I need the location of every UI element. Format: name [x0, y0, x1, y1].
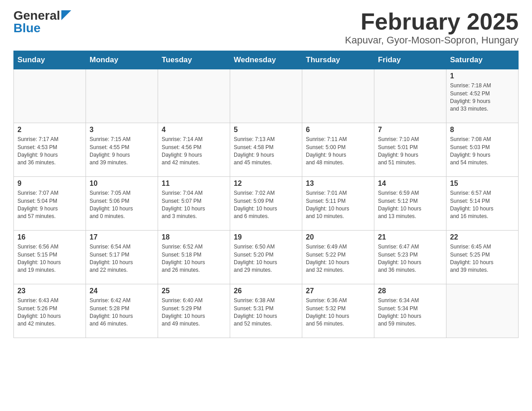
- day-number: 22: [450, 233, 515, 241]
- day-info: Sunrise: 6:50 AM Sunset: 5:20 PM Dayligh…: [234, 243, 298, 274]
- calendar-cell: 18Sunrise: 6:52 AM Sunset: 5:18 PM Dayli…: [158, 231, 230, 284]
- day-info: Sunrise: 7:04 AM Sunset: 5:07 PM Dayligh…: [162, 189, 226, 221]
- day-number: 8: [450, 126, 515, 134]
- day-number: 15: [450, 180, 515, 188]
- calendar-cell: 16Sunrise: 6:56 AM Sunset: 5:15 PM Dayli…: [14, 231, 86, 284]
- day-number: 11: [162, 180, 226, 188]
- calendar-cell: 8Sunrise: 7:08 AM Sunset: 5:03 PM Daylig…: [446, 123, 519, 177]
- day-info: Sunrise: 6:40 AM Sunset: 5:29 PM Dayligh…: [162, 297, 226, 328]
- day-info: Sunrise: 6:43 AM Sunset: 5:26 PM Dayligh…: [17, 297, 82, 328]
- calendar-cell: 7Sunrise: 7:10 AM Sunset: 5:01 PM Daylig…: [374, 123, 446, 177]
- calendar-cell: 5Sunrise: 7:13 AM Sunset: 4:58 PM Daylig…: [230, 123, 302, 177]
- header-friday: Friday: [374, 51, 446, 69]
- calendar-week-row: 16Sunrise: 6:56 AM Sunset: 5:15 PM Dayli…: [14, 231, 519, 284]
- calendar-cell: 28Sunrise: 6:34 AM Sunset: 5:34 PM Dayli…: [374, 284, 446, 338]
- day-number: 13: [306, 180, 370, 188]
- calendar-cell: [230, 69, 302, 123]
- day-number: 4: [162, 126, 226, 134]
- day-number: 20: [306, 233, 370, 241]
- day-info: Sunrise: 7:08 AM Sunset: 5:03 PM Dayligh…: [450, 136, 515, 167]
- calendar-cell: 21Sunrise: 6:47 AM Sunset: 5:23 PM Dayli…: [374, 231, 446, 284]
- logo-blue: Blue: [13, 22, 41, 34]
- day-info: Sunrise: 6:52 AM Sunset: 5:18 PM Dayligh…: [162, 243, 226, 274]
- day-info: Sunrise: 6:47 AM Sunset: 5:23 PM Dayligh…: [378, 243, 442, 274]
- calendar-cell: 3Sunrise: 7:15 AM Sunset: 4:55 PM Daylig…: [86, 123, 158, 177]
- calendar-table: SundayMondayTuesdayWednesdayThursdayFrid…: [13, 51, 519, 338]
- day-number: 3: [90, 126, 154, 134]
- header-monday: Monday: [86, 51, 158, 69]
- day-info: Sunrise: 6:45 AM Sunset: 5:25 PM Dayligh…: [450, 243, 515, 274]
- calendar-cell: [158, 69, 230, 123]
- day-number: 23: [17, 287, 82, 295]
- header-thursday: Thursday: [302, 51, 374, 69]
- day-info: Sunrise: 6:36 AM Sunset: 5:32 PM Dayligh…: [306, 297, 370, 328]
- calendar-cell: 24Sunrise: 6:42 AM Sunset: 5:28 PM Dayli…: [86, 284, 158, 338]
- day-info: Sunrise: 7:18 AM Sunset: 4:52 PM Dayligh…: [450, 82, 515, 113]
- calendar-cell: 13Sunrise: 7:01 AM Sunset: 5:11 PM Dayli…: [302, 177, 374, 231]
- day-number: 6: [306, 126, 370, 134]
- calendar-cell: 14Sunrise: 6:59 AM Sunset: 5:12 PM Dayli…: [374, 177, 446, 231]
- logo: General Blue: [13, 9, 71, 34]
- calendar-cell: 11Sunrise: 7:04 AM Sunset: 5:07 PM Dayli…: [158, 177, 230, 231]
- day-info: Sunrise: 6:42 AM Sunset: 5:28 PM Dayligh…: [90, 297, 154, 328]
- calendar-week-row: 23Sunrise: 6:43 AM Sunset: 5:26 PM Dayli…: [14, 284, 519, 338]
- header-sunday: Sunday: [14, 51, 86, 69]
- calendar-cell: 10Sunrise: 7:05 AM Sunset: 5:06 PM Dayli…: [86, 177, 158, 231]
- day-number: 16: [17, 233, 82, 241]
- day-info: Sunrise: 7:01 AM Sunset: 5:11 PM Dayligh…: [306, 189, 370, 221]
- day-number: 25: [162, 287, 226, 295]
- day-info: Sunrise: 6:34 AM Sunset: 5:34 PM Dayligh…: [378, 297, 442, 328]
- day-number: 2: [17, 126, 82, 134]
- day-number: 28: [378, 287, 442, 295]
- calendar-cell: [446, 284, 519, 338]
- calendar-cell: 4Sunrise: 7:14 AM Sunset: 4:56 PM Daylig…: [158, 123, 230, 177]
- calendar-cell: 22Sunrise: 6:45 AM Sunset: 5:25 PM Dayli…: [446, 231, 519, 284]
- day-info: Sunrise: 6:56 AM Sunset: 5:15 PM Dayligh…: [17, 243, 82, 274]
- day-info: Sunrise: 7:10 AM Sunset: 5:01 PM Dayligh…: [378, 136, 442, 167]
- subtitle: Kapuvar, Gyor-Moson-Sopron, Hungary: [345, 34, 519, 46]
- day-info: Sunrise: 6:57 AM Sunset: 5:14 PM Dayligh…: [450, 189, 515, 221]
- calendar-week-row: 2Sunrise: 7:17 AM Sunset: 4:53 PM Daylig…: [14, 123, 519, 177]
- svg-marker-0: [61, 10, 71, 20]
- day-number: 17: [90, 233, 154, 241]
- header: General Blue February 2025 Kapuvar, Gyor…: [13, 9, 519, 46]
- day-info: Sunrise: 6:59 AM Sunset: 5:12 PM Dayligh…: [378, 189, 442, 221]
- day-info: Sunrise: 6:38 AM Sunset: 5:31 PM Dayligh…: [234, 297, 298, 328]
- day-number: 18: [162, 233, 226, 241]
- header-tuesday: Tuesday: [158, 51, 230, 69]
- header-saturday: Saturday: [446, 51, 519, 69]
- calendar-cell: 1Sunrise: 7:18 AM Sunset: 4:52 PM Daylig…: [446, 69, 519, 123]
- calendar-cell: 26Sunrise: 6:38 AM Sunset: 5:31 PM Dayli…: [230, 284, 302, 338]
- day-info: Sunrise: 7:07 AM Sunset: 5:04 PM Dayligh…: [17, 189, 82, 221]
- day-number: 12: [234, 180, 298, 188]
- calendar-cell: [14, 69, 86, 123]
- day-number: 7: [378, 126, 442, 134]
- logo-triangle-icon: [61, 10, 71, 20]
- calendar-cell: 23Sunrise: 6:43 AM Sunset: 5:26 PM Dayli…: [14, 284, 86, 338]
- calendar-cell: 12Sunrise: 7:02 AM Sunset: 5:09 PM Dayli…: [230, 177, 302, 231]
- day-number: 1: [450, 72, 515, 80]
- day-info: Sunrise: 7:15 AM Sunset: 4:55 PM Dayligh…: [90, 136, 154, 167]
- calendar-cell: 27Sunrise: 6:36 AM Sunset: 5:32 PM Dayli…: [302, 284, 374, 338]
- calendar-cell: 2Sunrise: 7:17 AM Sunset: 4:53 PM Daylig…: [14, 123, 86, 177]
- day-info: Sunrise: 7:13 AM Sunset: 4:58 PM Dayligh…: [234, 136, 298, 167]
- page-title: February 2025: [345, 9, 519, 34]
- calendar-header-row: SundayMondayTuesdayWednesdayThursdayFrid…: [14, 51, 519, 69]
- day-number: 21: [378, 233, 442, 241]
- calendar-cell: 17Sunrise: 6:54 AM Sunset: 5:17 PM Dayli…: [86, 231, 158, 284]
- day-info: Sunrise: 6:49 AM Sunset: 5:22 PM Dayligh…: [306, 243, 370, 274]
- day-info: Sunrise: 6:54 AM Sunset: 5:17 PM Dayligh…: [90, 243, 154, 274]
- title-area: February 2025 Kapuvar, Gyor-Moson-Sopron…: [345, 9, 519, 46]
- calendar-cell: 19Sunrise: 6:50 AM Sunset: 5:20 PM Dayli…: [230, 231, 302, 284]
- calendar-cell: [302, 69, 374, 123]
- day-info: Sunrise: 7:02 AM Sunset: 5:09 PM Dayligh…: [234, 189, 298, 221]
- day-number: 24: [90, 287, 154, 295]
- header-wednesday: Wednesday: [230, 51, 302, 69]
- calendar-cell: 6Sunrise: 7:11 AM Sunset: 5:00 PM Daylig…: [302, 123, 374, 177]
- day-info: Sunrise: 7:11 AM Sunset: 5:00 PM Dayligh…: [306, 136, 370, 167]
- logo-general: General: [13, 9, 60, 22]
- day-number: 10: [90, 180, 154, 188]
- day-number: 26: [234, 287, 298, 295]
- day-info: Sunrise: 7:17 AM Sunset: 4:53 PM Dayligh…: [17, 136, 82, 167]
- calendar-cell: 9Sunrise: 7:07 AM Sunset: 5:04 PM Daylig…: [14, 177, 86, 231]
